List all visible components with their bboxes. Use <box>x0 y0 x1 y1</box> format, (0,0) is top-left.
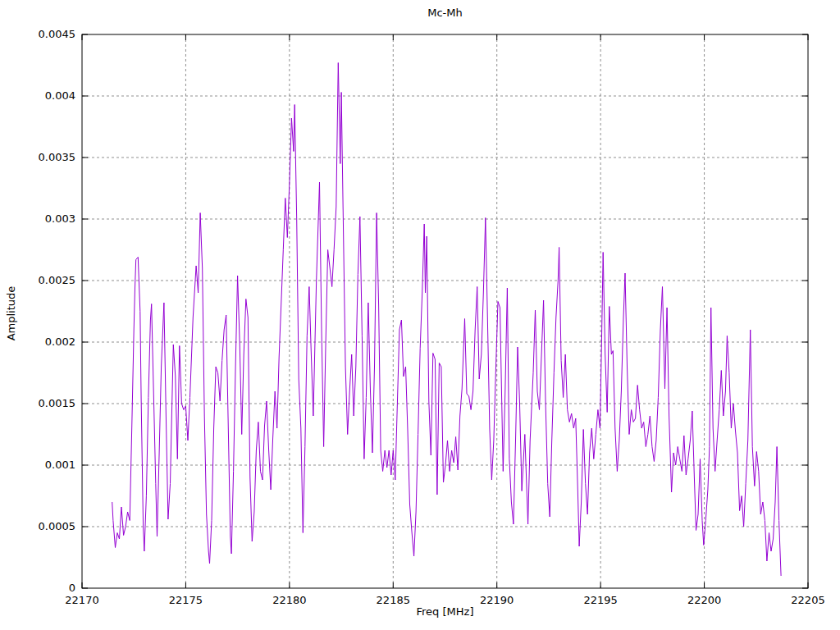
x-axis-label: Freq [MHz] <box>82 605 808 619</box>
plot-area: 2217022175221802218522190221952220022205… <box>0 0 840 630</box>
y-tick-label: 0.001 <box>45 459 75 471</box>
y-tick-label: 0.0005 <box>39 520 76 532</box>
chart-figure: Mc-Mh Amplitude 221702217522180221852219… <box>0 0 840 630</box>
x-tick-label: 22170 <box>65 594 98 606</box>
y-tick-label: 0.002 <box>45 336 75 348</box>
x-tick-label: 22180 <box>272 594 306 606</box>
y-tick-label: 0.003 <box>45 212 75 225</box>
x-tick-label: 22190 <box>480 594 514 606</box>
y-tick-label: 0.0015 <box>39 397 76 409</box>
series-line <box>112 63 781 577</box>
x-tick-label: 22200 <box>687 594 721 606</box>
x-tick-label: 22205 <box>791 594 824 606</box>
x-tick-label: 22195 <box>583 594 617 606</box>
y-tick-label: 0 <box>69 582 75 594</box>
plot-border <box>82 34 808 588</box>
y-tick-label: 0.0025 <box>39 274 76 286</box>
x-tick-label: 22175 <box>169 594 203 606</box>
y-tick-label: 0.0045 <box>39 28 76 40</box>
y-tick-label: 0.0035 <box>39 151 76 163</box>
x-tick-label: 22185 <box>377 594 410 606</box>
y-tick-label: 0.004 <box>45 89 75 102</box>
